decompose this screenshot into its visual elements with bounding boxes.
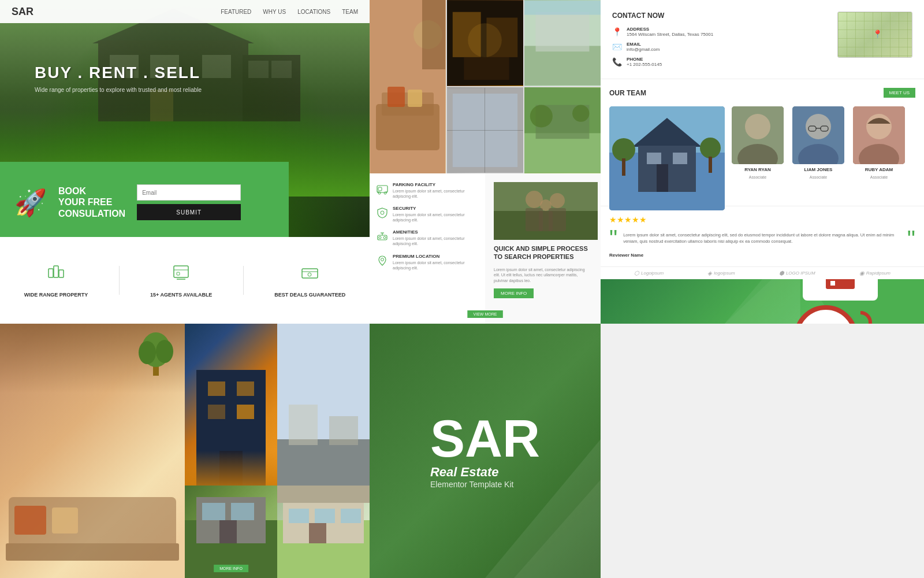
- property-icon: [46, 263, 66, 287]
- feature-agents-label: 15+ AGENTS AVAILABLE: [150, 292, 212, 298]
- member1-svg: [732, 106, 784, 164]
- more-info-btn[interactable]: MORE INFO: [494, 288, 534, 298]
- svg-rect-49: [408, 90, 422, 107]
- photo-living-large: [0, 324, 185, 578]
- svg-rect-14: [177, 272, 180, 275]
- svg-rect-59: [536, 12, 590, 51]
- team-house-photo: [609, 106, 725, 210]
- member2-svg: [792, 106, 844, 164]
- main-container: SAR FEATURED WHY US LOCATIONS TEAM BUY .…: [0, 0, 924, 578]
- svg-rect-98: [673, 153, 687, 164]
- brand-area: SAR Real Estate Elementor Template Kit: [370, 324, 601, 578]
- outdoor-svg: [524, 0, 601, 86]
- logo-1: ⬡ Logoipsum: [634, 270, 664, 276]
- svg-rect-60: [524, 1, 601, 14]
- contact-phone: PHONE +1 202-555-0145: [627, 57, 662, 67]
- team-content: RYAN RYAN Associate: [609, 106, 915, 210]
- nav-links: FEATURED WHY US LOCATIONS TEAM: [221, 9, 358, 15]
- prop-photo-dark: [447, 0, 523, 86]
- hero-title: BUY . RENT . SELL: [35, 64, 202, 82]
- quote-open: ": [609, 229, 617, 247]
- svg-point-21: [139, 341, 156, 364]
- svg-rect-9: [49, 269, 53, 277]
- photo-garden-ext: MORE INFO: [185, 486, 277, 578]
- logo-3: ⬢ LOGO IPSUM: [779, 270, 815, 276]
- pillow-cream: [52, 507, 78, 533]
- garden-photo-svg: [524, 87, 601, 173]
- team-title: OUR TEAM: [609, 89, 646, 97]
- proc-location-text: PREMIUM LOCATION Lorem ipsum dolor sit a…: [393, 254, 478, 271]
- photo-modern-house: [277, 486, 370, 578]
- nav-featured[interactable]: FEATURED: [221, 9, 251, 15]
- proc-parking: PARKING FACILITY Lorem ipsum dolor sit a…: [377, 182, 478, 199]
- svg-rect-99: [657, 164, 668, 192]
- feature-deals-label: BEST DEALS GUARANTEED: [274, 292, 345, 298]
- photo-grid: MORE INFO: [0, 324, 370, 578]
- email-input[interactable]: [137, 184, 241, 201]
- member-role-3: Associate: [870, 175, 888, 179]
- nav-locations[interactable]: LOCATIONS: [297, 9, 330, 15]
- team-house-svg: [609, 106, 725, 210]
- svg-point-102: [700, 138, 721, 158]
- process-section: PARKING FACILITY Lorem ipsum dolor sit a…: [370, 173, 601, 324]
- nav-whyus[interactable]: WHY US: [263, 9, 286, 15]
- svg-point-56: [468, 23, 502, 57]
- svg-rect-27: [237, 405, 254, 419]
- more-info-button[interactable]: MORE INFO: [214, 565, 248, 572]
- reviewer-name: Reviewer Name: [609, 253, 915, 258]
- navbar: SAR FEATURED WHY US LOCATIONS TEAM: [0, 0, 370, 23]
- member-photo-1: [732, 106, 784, 164]
- amenities-icon: [377, 231, 388, 245]
- rocket-icon: 🚀: [14, 187, 47, 218]
- brand-name: SAR: [430, 413, 540, 465]
- security-icon: [377, 207, 388, 221]
- svg-point-68: [530, 105, 553, 128]
- member-photo-2: [792, 106, 844, 164]
- modern-house-svg: [277, 486, 370, 578]
- plant-svg: [139, 329, 173, 376]
- svg-rect-36: [231, 503, 254, 520]
- svg-rect-42: [341, 509, 361, 523]
- consult-text-block: BOOK YOUR FREE CONSULATION: [58, 186, 125, 219]
- svg-rect-103: [709, 157, 712, 173]
- logo1-icon: ⬡: [634, 270, 639, 276]
- svg-rect-26: [208, 405, 225, 419]
- pillow-orange: [14, 506, 46, 535]
- right-column: CONTACT NOW 📍 ADDRESS 1564 Wilscam Stree…: [601, 0, 924, 324]
- team-members-list: RYAN RYAN Associate: [732, 106, 905, 179]
- svg-rect-30: [277, 439, 370, 486]
- star-rating: ★★★★★: [609, 215, 915, 224]
- svg-rect-90: [539, 211, 553, 231]
- prop-photo-outdoor: [524, 0, 601, 86]
- family-photo: [494, 182, 598, 240]
- elementor-logo-svg: [823, 279, 858, 292]
- submit-button[interactable]: SUBMIT: [137, 204, 241, 220]
- svg-rect-35: [202, 503, 225, 520]
- feature-property: WIDE RANGE PROPERTY: [24, 263, 88, 298]
- proc-parking-text: PARKING FACILITY Lorem ipsum dolor sit a…: [393, 182, 478, 199]
- svg-rect-71: [378, 187, 382, 191]
- meet-us-button[interactable]: MEET US: [884, 88, 915, 98]
- svg-rect-16: [302, 269, 318, 278]
- process-desc: Lorem ipsum dolor sit amet, consectetur …: [494, 267, 592, 284]
- svg-rect-4: [202, 55, 231, 78]
- garden-svg: [185, 486, 277, 578]
- dark-svg: [447, 0, 523, 86]
- svg-rect-31: [289, 405, 318, 445]
- svg-rect-32: [329, 416, 358, 445]
- member-role-2: Associate: [810, 175, 827, 179]
- logo4-icon: ◉: [859, 270, 865, 276]
- hero-area: SAR FEATURED WHY US LOCATIONS TEAM BUY .…: [0, 0, 370, 324]
- contact-email: EMAIL info@gmail.com: [627, 42, 660, 52]
- contact-section: CONTACT NOW 📍 ADDRESS 1564 Wilscam Stree…: [601, 0, 924, 79]
- logo-2: ◈ logoipsum: [707, 270, 735, 276]
- divider-1: [119, 266, 120, 295]
- svg-rect-97: [647, 153, 661, 164]
- svg-rect-41: [315, 509, 335, 523]
- member-name-1: RYAN RYAN: [744, 167, 771, 172]
- svg-point-82: [381, 258, 384, 261]
- nav-team[interactable]: TEAM: [342, 9, 358, 15]
- svg-rect-12: [174, 266, 188, 277]
- svg-point-78: [379, 236, 381, 239]
- deals-icon: [300, 263, 320, 287]
